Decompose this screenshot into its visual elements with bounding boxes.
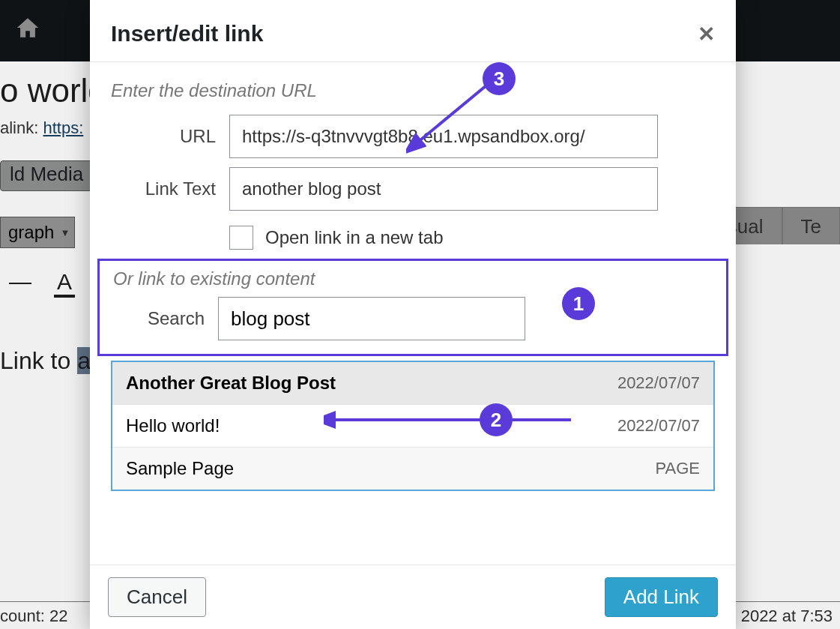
- chevron-down-icon: ▼: [60, 227, 70, 238]
- paragraph-dropdown[interactable]: graph ▼: [0, 217, 75, 248]
- close-icon[interactable]: ✕: [698, 22, 715, 46]
- permalink-link[interactable]: https:: [43, 118, 83, 137]
- search-result-item[interactable]: Another Great Blog Post 2022/07/07: [112, 362, 713, 405]
- search-label: Search: [113, 308, 218, 329]
- annotation-badge-2: 2: [480, 403, 513, 436]
- permalink-label: alink:: [0, 118, 38, 137]
- url-label: URL: [111, 126, 229, 147]
- new-tab-row: Open link in a new tab: [229, 226, 715, 250]
- link-text-label: Link Text: [111, 178, 229, 199]
- search-input[interactable]: [218, 297, 525, 340]
- new-tab-label: Open link in a new tab: [265, 227, 443, 248]
- annotation-badge-3: 3: [483, 62, 516, 95]
- word-count: count: 22: [0, 607, 68, 626]
- search-row: Search: [113, 297, 713, 340]
- annotation-arrow-2: [324, 403, 593, 436]
- add-media-button[interactable]: ld Media: [0, 160, 93, 191]
- link-text-row: Link Text: [111, 167, 715, 211]
- search-result-item[interactable]: Sample Page PAGE: [112, 448, 713, 490]
- result-meta: 2022/07/07: [617, 373, 700, 393]
- last-edited: 2022 at 7:53: [741, 607, 833, 626]
- paragraph-dropdown-label: graph: [8, 222, 54, 243]
- link-text-input[interactable]: [229, 167, 658, 211]
- existing-content-label: Or link to existing content: [113, 268, 713, 289]
- dialog-header: Insert/edit link ✕: [90, 0, 736, 62]
- tab-text[interactable]: Te: [782, 207, 840, 244]
- dialog-title: Insert/edit link: [111, 21, 263, 46]
- new-tab-checkbox[interactable]: [229, 226, 253, 250]
- annotation-badge-1: 1: [562, 287, 595, 320]
- insert-link-dialog: Insert/edit link ✕ Enter the destination…: [90, 0, 736, 629]
- search-section-highlight: Or link to existing content Search: [97, 259, 728, 356]
- add-link-button[interactable]: Add Link: [605, 577, 718, 617]
- text-color-icon[interactable]: A: [54, 269, 75, 298]
- svg-line-1: [417, 79, 495, 143]
- result-title: Sample Page: [126, 458, 234, 479]
- dialog-body: Enter the destination URL URL Link Text …: [90, 62, 736, 565]
- cancel-button[interactable]: Cancel: [108, 577, 206, 617]
- result-meta: PAGE: [655, 459, 700, 478]
- result-title: Another Great Blog Post: [126, 373, 336, 394]
- body-text-prefix: Link to: [0, 347, 77, 374]
- result-meta: 2022/07/07: [617, 416, 700, 436]
- result-title: Hello world!: [126, 415, 220, 436]
- horizontal-rule-icon[interactable]: —: [9, 269, 31, 298]
- home-icon[interactable]: [15, 15, 40, 46]
- dialog-footer: Cancel Add Link: [90, 565, 736, 629]
